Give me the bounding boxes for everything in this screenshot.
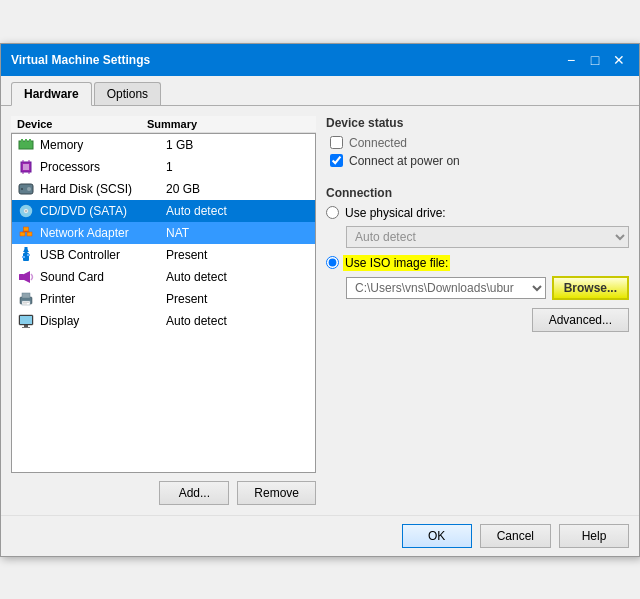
device-name-harddisk: Hard Disk (SCSI) bbox=[40, 182, 160, 196]
device-summary-printer: Present bbox=[166, 292, 207, 306]
browse-button[interactable]: Browse... bbox=[552, 276, 629, 300]
physical-drive-radio[interactable] bbox=[326, 206, 339, 219]
cancel-button[interactable]: Cancel bbox=[480, 524, 551, 548]
virtual-machine-settings-dialog: Virtual Machine Settings − □ ✕ Hardware … bbox=[0, 43, 640, 557]
svg-point-11 bbox=[27, 187, 31, 191]
device-item-processors[interactable]: Processors 1 bbox=[12, 156, 315, 178]
connected-row: Connected bbox=[330, 136, 629, 150]
ok-button[interactable]: OK bbox=[402, 524, 472, 548]
device-status-title: Device status bbox=[326, 116, 629, 130]
svg-rect-31 bbox=[22, 301, 30, 305]
svg-rect-37 bbox=[22, 327, 30, 328]
tab-hardware[interactable]: Hardware bbox=[11, 82, 92, 106]
device-item-usb[interactable]: USB Controller Present bbox=[12, 244, 315, 266]
device-item-harddisk[interactable]: Hard Disk (SCSI) 20 GB bbox=[12, 178, 315, 200]
device-name-network: Network Adapter bbox=[40, 226, 160, 240]
svg-rect-25 bbox=[22, 256, 25, 258]
device-name-printer: Printer bbox=[40, 292, 160, 306]
harddisk-icon bbox=[18, 181, 34, 197]
device-summary-processors: 1 bbox=[166, 160, 173, 174]
svg-point-15 bbox=[25, 210, 27, 212]
device-summary-harddisk: 20 GB bbox=[166, 182, 200, 196]
svg-rect-30 bbox=[22, 293, 30, 298]
svg-rect-3 bbox=[29, 139, 31, 142]
auto-detect-row: Auto detect bbox=[346, 226, 629, 248]
svg-rect-1 bbox=[21, 139, 23, 142]
connection-title: Connection bbox=[326, 186, 629, 200]
iso-radio-row: Use ISO image file: bbox=[326, 256, 629, 270]
device-status-section: Device status Connected Connect at power… bbox=[326, 116, 629, 168]
processors-icon bbox=[18, 159, 34, 175]
device-name-processors: Processors bbox=[40, 160, 160, 174]
device-summary-display: Auto detect bbox=[166, 314, 227, 328]
device-item-cdvd[interactable]: CD/DVD (SATA) Auto detect bbox=[12, 200, 315, 222]
device-list-header: Device Summary bbox=[11, 116, 316, 133]
connection-section: Connection Use physical drive: Auto dete… bbox=[326, 186, 629, 332]
device-summary-cdvd: Auto detect bbox=[166, 204, 227, 218]
cdvd-icon bbox=[18, 203, 34, 219]
device-summary-sound: Auto detect bbox=[166, 270, 227, 284]
remove-button[interactable]: Remove bbox=[237, 481, 316, 505]
device-summary-memory: 1 GB bbox=[166, 138, 193, 152]
help-button[interactable]: Help bbox=[559, 524, 629, 548]
svg-rect-17 bbox=[27, 232, 32, 236]
memory-icon bbox=[18, 137, 34, 153]
device-list[interactable]: Memory 1 GB Processors 1 Hard Disk bbox=[11, 133, 316, 473]
iso-file-label: Use ISO image file: bbox=[343, 256, 450, 270]
svg-rect-33 bbox=[23, 303, 27, 304]
tab-bar: Hardware Options bbox=[1, 76, 639, 106]
device-summary-usb: Present bbox=[166, 248, 207, 262]
minimize-button[interactable]: − bbox=[561, 50, 581, 70]
svg-rect-32 bbox=[23, 302, 29, 303]
advanced-row: Advanced... bbox=[326, 308, 629, 332]
device-item-memory[interactable]: Memory 1 GB bbox=[12, 134, 315, 156]
connect-at-power-label: Connect at power on bbox=[349, 154, 460, 168]
physical-drive-row: Use physical drive: bbox=[326, 206, 629, 220]
iso-file-radio[interactable] bbox=[326, 256, 339, 269]
connected-checkbox[interactable] bbox=[330, 136, 343, 149]
svg-rect-26 bbox=[27, 254, 30, 256]
svg-point-12 bbox=[21, 188, 23, 190]
bottom-bar: OK Cancel Help bbox=[1, 515, 639, 556]
device-item-network[interactable]: Network Adapter NAT bbox=[12, 222, 315, 244]
advanced-button[interactable]: Advanced... bbox=[532, 308, 629, 332]
display-icon bbox=[18, 313, 34, 329]
svg-rect-2 bbox=[25, 139, 27, 142]
svg-rect-27 bbox=[19, 274, 24, 280]
printer-icon bbox=[18, 291, 34, 307]
col-device-label: Device bbox=[17, 118, 147, 130]
physical-drive-select[interactable]: Auto detect bbox=[346, 226, 629, 248]
title-bar: Virtual Machine Settings − □ ✕ bbox=[1, 44, 639, 76]
device-item-display[interactable]: Display Auto detect bbox=[12, 310, 315, 332]
tab-options[interactable]: Options bbox=[94, 82, 161, 105]
network-icon bbox=[18, 225, 34, 241]
device-name-sound: Sound Card bbox=[40, 270, 160, 284]
device-name-memory: Memory bbox=[40, 138, 160, 152]
svg-rect-0 bbox=[19, 141, 33, 149]
physical-drive-label: Use physical drive: bbox=[345, 206, 446, 220]
device-item-sound[interactable]: Sound Card Auto detect bbox=[12, 266, 315, 288]
iso-path-select[interactable]: C:\Users\vns\Downloads\ubur bbox=[346, 277, 546, 299]
title-bar-controls: − □ ✕ bbox=[561, 50, 629, 70]
svg-rect-35 bbox=[20, 316, 32, 324]
right-panel: Device status Connected Connect at power… bbox=[326, 116, 629, 505]
device-item-printer[interactable]: Printer Present bbox=[12, 288, 315, 310]
svg-rect-16 bbox=[20, 232, 25, 236]
close-button[interactable]: ✕ bbox=[609, 50, 629, 70]
svg-rect-5 bbox=[23, 164, 29, 170]
connected-label: Connected bbox=[349, 136, 407, 150]
svg-marker-24 bbox=[23, 247, 29, 252]
add-button[interactable]: Add... bbox=[159, 481, 229, 505]
svg-marker-28 bbox=[24, 271, 30, 283]
usb-icon bbox=[18, 247, 34, 263]
col-summary-label: Summary bbox=[147, 118, 197, 130]
device-name-usb: USB Controller bbox=[40, 248, 160, 262]
device-name-display: Display bbox=[40, 314, 160, 328]
maximize-button[interactable]: □ bbox=[585, 50, 605, 70]
connect-at-power-checkbox[interactable] bbox=[330, 154, 343, 167]
device-summary-network: NAT bbox=[166, 226, 189, 240]
iso-label-highlight: Use ISO image file: bbox=[343, 255, 450, 271]
svg-line-20 bbox=[23, 231, 27, 232]
device-name-cdvd: CD/DVD (SATA) bbox=[40, 204, 160, 218]
connect-at-power-row: Connect at power on bbox=[330, 154, 629, 168]
